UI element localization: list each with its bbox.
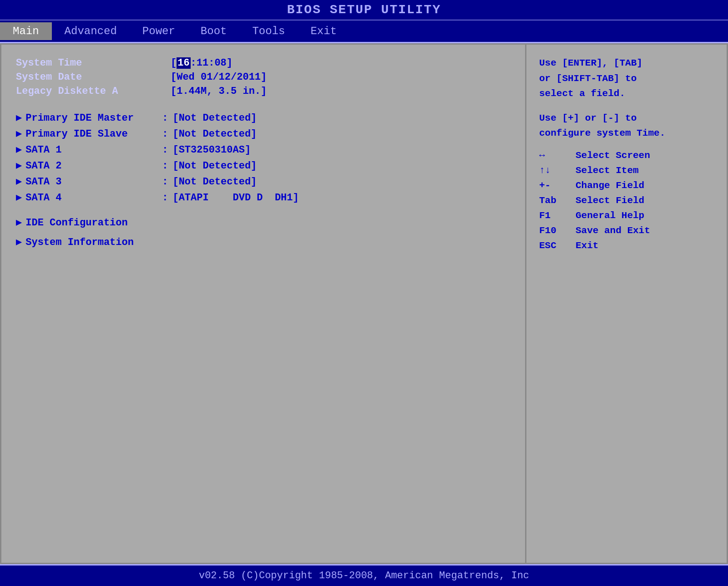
device-label: Primary IDE Master [25,112,162,124]
arrow-icon: ▶ [16,159,22,172]
ide-config-label: IDE Configuration [25,217,127,229]
system-time-value: [16:11:08] [171,57,233,69]
device-value: [Not Detected] [172,160,257,172]
device-value: [ATAPI DVD D DH1] [172,192,298,204]
arrow-icon: ▶ [16,112,22,124]
footer: v02.58 (C)Copyright 1985-2008, American … [0,564,728,586]
table-row[interactable]: ▶ SATA 3 : [Not Detected] [16,175,511,188]
table-row[interactable]: ▶ SATA 2 : [Not Detected] [16,159,511,172]
help-line-5: Use [+] or [-] to [539,111,714,126]
arrow-icon: ▶ [16,175,22,188]
help-line-6: configure system Time. [539,126,714,141]
right-panel: Use [ENTER], [TAB] or [SHIFT-TAB] to sel… [526,45,727,563]
key-desc-select-item: Select Item [576,165,639,176]
device-label: SATA 4 [25,192,162,204]
arrow-icon: ▶ [16,216,22,229]
footer-text: v02.58 (C)Copyright 1985-2008, American … [199,570,529,581]
key-desc-select-screen: Select Screen [576,150,650,161]
title-text: BIOS SETUP UTILITY [287,3,441,17]
menu-item-exit[interactable]: Exit [298,22,349,40]
system-time-highlight: 16 [177,57,190,69]
device-colon: : [162,144,168,156]
help-spacer [539,102,714,111]
help-line-2: or [SHIFT-TAB] to [539,71,714,87]
key-symbol-plusminus: +- [539,180,576,191]
key-symbol-esc: ESC [539,240,576,251]
ide-config-row[interactable]: ▶ IDE Configuration [16,216,511,229]
system-info-section: System Time [16:11:08] System Date [Wed … [16,57,511,97]
device-value: [Not Detected] [172,128,257,140]
device-value: [ST3250310AS] [172,144,251,156]
device-value: [Not Detected] [172,112,257,124]
device-colon: : [162,176,168,188]
menu-item-main[interactable]: Main [0,22,52,40]
table-row[interactable]: ▶ Primary IDE Slave : [Not Detected] [16,127,511,140]
system-time-row: System Time [16:11:08] [16,57,511,69]
key-row-select-field: Tab Select Field [539,195,714,206]
key-row-esc: ESC Exit [539,240,714,251]
device-colon: : [162,192,168,204]
key-symbol-updown: ↑↓ [539,165,576,176]
key-row-general-help: F1 General Help [539,210,714,221]
key-row-change-field: +- Change Field [539,180,714,191]
arrow-icon: ▶ [16,127,22,140]
help-text: Use [ENTER], [TAB] or [SHIFT-TAB] to sel… [539,56,714,141]
system-date-row: System Date [Wed 01/12/2011] [16,71,511,83]
legacy-diskette-value: [1.44M, 3.5 in.] [171,86,267,97]
key-desc-select-field: Select Field [576,195,644,206]
device-colon: : [162,160,168,172]
menu-item-power[interactable]: Power [130,22,188,40]
menu-bar: Main Advanced Power Boot Tools Exit [0,20,728,43]
system-date-value: [Wed 01/12/2011] [171,71,267,83]
help-line-3: select a field. [539,86,714,102]
key-symbol-arrows: ↔ [539,150,576,161]
table-row[interactable]: ▶ SATA 1 : [ST3250310AS] [16,143,511,156]
left-panel: System Time [16:11:08] System Date [Wed … [1,45,526,563]
device-label: SATA 3 [25,176,162,188]
device-section: ▶ Primary IDE Master : [Not Detected] ▶ … [16,112,511,204]
system-info-row[interactable]: ▶ System Information [16,236,511,248]
table-row[interactable]: ▶ Primary IDE Master : [Not Detected] [16,112,511,124]
system-time-label: System Time [16,57,171,69]
key-desc-general-help: General Help [576,210,644,221]
system-date-label: System Date [16,71,171,83]
device-value: [Not Detected] [172,176,257,188]
device-label: Primary IDE Slave [25,128,162,140]
device-colon: : [162,112,168,124]
key-row-select-screen: ↔ Select Screen [539,150,714,161]
menu-item-tools[interactable]: Tools [239,22,298,40]
system-info-label: System Information [25,237,134,248]
table-row[interactable]: ▶ SATA 4 : [ATAPI DVD D DH1] [16,191,511,204]
key-row-select-item: ↑↓ Select Item [539,165,714,176]
key-desc-change-field: Change Field [576,180,644,191]
key-symbol-f1: F1 [539,210,576,221]
key-row-save-exit: F10 Save and Exit [539,225,714,236]
arrow-icon: ▶ [16,191,22,204]
legacy-diskette-row: Legacy Diskette A [1.44M, 3.5 in.] [16,86,511,97]
key-desc-exit: Exit [576,240,598,251]
arrow-icon: ▶ [16,143,22,156]
arrow-icon: ▶ [16,236,22,248]
key-desc-save-exit: Save and Exit [576,225,650,236]
submenu-section: ▶ IDE Configuration ▶ System Information [16,216,511,248]
menu-item-boot[interactable]: Boot [188,22,240,40]
help-line-1: Use [ENTER], [TAB] [539,56,714,71]
device-colon: : [162,128,168,140]
key-symbol-tab: Tab [539,195,576,206]
menu-item-advanced[interactable]: Advanced [52,22,130,40]
bios-title: BIOS SETUP UTILITY [0,0,728,20]
content-area: System Time [16:11:08] System Date [Wed … [0,43,728,564]
legacy-diskette-label: Legacy Diskette A [16,86,171,97]
key-symbol-f10: F10 [539,225,576,236]
device-label: SATA 1 [25,144,162,156]
key-legend: ↔ Select Screen ↑↓ Select Item +- Change… [539,150,714,251]
device-label: SATA 2 [25,160,162,172]
